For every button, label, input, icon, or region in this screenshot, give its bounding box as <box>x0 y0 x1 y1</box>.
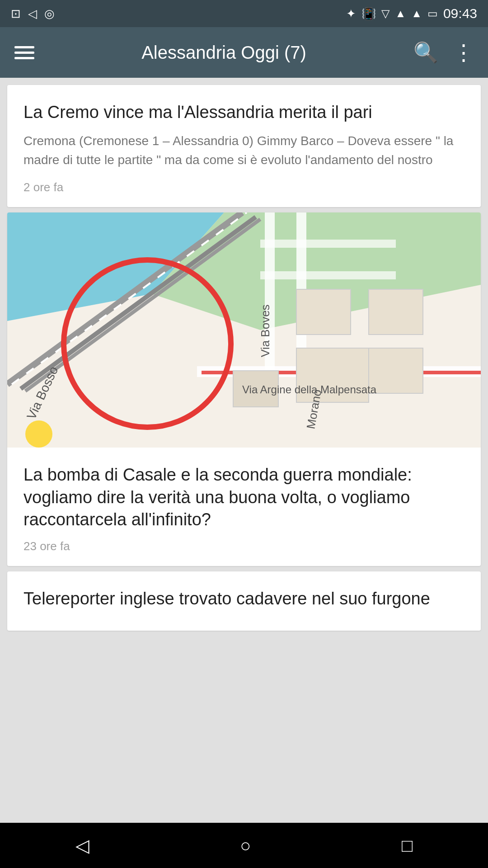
status-bar-right: ✦ 📳 ▽ ▲ ▲ ▭ 09:43 <box>346 6 477 21</box>
svg-text:Via Boves: Via Boves <box>258 305 272 358</box>
photo-icon: ⊡ <box>11 7 21 21</box>
article-list: La Cremo vince ma l'Alessandria merita i… <box>0 78 488 638</box>
menu-button[interactable] <box>14 46 34 59</box>
article-card-2[interactable]: Via Bosso Via Boves Via Argine della Mal… <box>7 212 481 566</box>
article-1-content: La Cremo vince ma l'Alessandria merita i… <box>7 85 481 207</box>
article-2-time: 23 ore fa <box>23 539 465 553</box>
vibrate-icon: 📳 <box>361 7 376 21</box>
search-button[interactable]: 🔍 <box>413 41 438 64</box>
bottom-navigation: ◁ ○ □ <box>0 823 488 868</box>
svg-rect-14 <box>260 271 396 279</box>
toolbar-title: Alessandria Oggi (7) <box>49 42 399 63</box>
svg-rect-16 <box>296 289 351 335</box>
svg-rect-17 <box>369 289 423 335</box>
article-2-title: La bomba di Casale e la seconda guerra m… <box>23 464 465 531</box>
bluetooth-icon: ✦ <box>346 7 356 21</box>
article-1-time: 2 ore fa <box>23 180 465 194</box>
status-time: 09:43 <box>443 6 477 21</box>
article-2-content: La bomba di Casale e la seconda guerra m… <box>7 448 481 566</box>
recent-nav-button[interactable]: □ <box>402 835 413 856</box>
article-3-title: Telereporter inglese trovato cadavere ne… <box>23 588 465 610</box>
svg-rect-13 <box>260 240 396 248</box>
home-nav-button[interactable]: ○ <box>240 835 251 856</box>
article-1-title: La Cremo vince ma l'Alessandria merita i… <box>23 101 465 123</box>
shield-icon: ◎ <box>44 7 55 21</box>
back-nav-button[interactable]: ◁ <box>75 835 89 856</box>
article-card-3[interactable]: Telereporter inglese trovato cadavere ne… <box>7 571 481 631</box>
article-2-map-image: Via Bosso Via Boves Via Argine della Mal… <box>7 212 481 448</box>
wifi-icon: ▽ <box>381 7 389 20</box>
article-1-excerpt: Cremona (Cremonese 1 – Alessandria 0) Gi… <box>23 132 465 170</box>
battery-icon: ▭ <box>427 7 438 20</box>
status-bar: ⊡ ◁ ◎ ✦ 📳 ▽ ▲ ▲ ▭ 09:43 <box>0 0 488 27</box>
more-options-button[interactable]: ⋮ <box>453 40 474 65</box>
signal-icon: ▲ <box>395 7 406 20</box>
svg-point-20 <box>25 420 52 448</box>
article-card-1[interactable]: La Cremo vince ma l'Alessandria merita i… <box>7 85 481 207</box>
svg-rect-18 <box>369 348 423 393</box>
signal2-icon: ▲ <box>411 7 422 20</box>
status-bar-left: ⊡ ◁ ◎ <box>11 7 55 21</box>
toolbar: Alessandria Oggi (7) 🔍 ⋮ <box>0 27 488 78</box>
back-arrow-icon: ◁ <box>28 7 37 21</box>
article-3-content: Telereporter inglese trovato cadavere ne… <box>7 571 481 631</box>
